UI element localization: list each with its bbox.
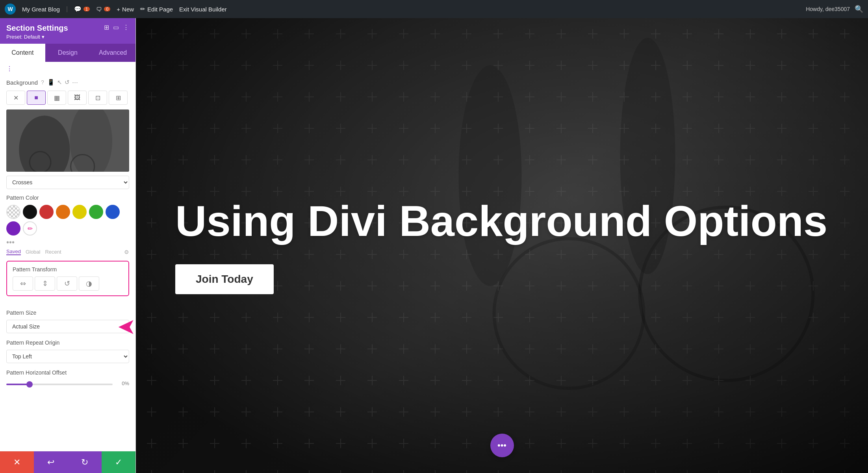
swatch-purple[interactable] (6, 221, 20, 236)
preset-text: Preset: Default (6, 34, 40, 40)
background-header: Background ? 📱 ↖ ↺ ⋯ (6, 79, 129, 86)
more-swatches-btn[interactable]: ••• (6, 238, 15, 247)
save-button[interactable]: ✓ (102, 451, 135, 473)
new-link[interactable]: + New (117, 6, 134, 13)
bg-type-gradient[interactable]: ▦ (47, 91, 66, 105)
color-tab-recent[interactable]: Recent (45, 249, 61, 255)
background-label: Background (6, 79, 38, 86)
bg-type-pattern[interactable]: ⊞ (109, 91, 128, 105)
section-settings-preset[interactable]: Preset: Default ▾ (6, 34, 68, 40)
color-tabs: Saved Global Recent ⚙ (6, 249, 129, 255)
new-label: New (122, 6, 134, 13)
pattern-size-select[interactable]: Actual Size Stretch to Fill Fit to Scree… (6, 320, 129, 333)
swatch-yellow[interactable] (72, 205, 87, 219)
swatch-red[interactable] (39, 205, 54, 219)
plus-icon: + (117, 6, 120, 13)
more-bg-icon[interactable]: ⋯ (72, 79, 78, 86)
background-type-selector: ✕ ■ ▦ 🖼 ⊡ ⊞ (6, 91, 129, 105)
edit-icon: ✏ (140, 6, 145, 13)
partial-icon: ⋮ (6, 65, 13, 72)
preset-arrow: ▾ (42, 34, 45, 40)
more-icon[interactable]: ⋮ (123, 24, 129, 31)
pattern-select-dropdown[interactable]: Crosses Dots Lines Waves (6, 176, 129, 189)
undo-icon: ↩ (47, 457, 54, 467)
comment-count: 1 (83, 7, 90, 11)
exit-builder-link[interactable]: Exit Visual Builder (179, 6, 227, 13)
comments-link[interactable]: 💬 1 (74, 6, 90, 13)
swatch-green[interactable] (89, 205, 103, 219)
swatch-checker[interactable] (6, 205, 20, 219)
tab-design[interactable]: Design (45, 44, 91, 62)
background-thumbnail (6, 109, 129, 172)
swatch-black[interactable] (23, 205, 37, 219)
main-canvas: Using Divi Background Options Join Today… (136, 18, 868, 473)
new-comment-link[interactable]: 🗨 0 (96, 6, 110, 13)
tab-content[interactable]: Content (0, 44, 45, 62)
color-swatches: ✏ (6, 205, 129, 236)
section-settings-title: Section Settings (6, 24, 68, 33)
edit-page-link[interactable]: ✏ Edit Page (140, 6, 173, 13)
color-tab-global[interactable]: Global (26, 249, 41, 255)
top-partial-row: ⋮ (0, 62, 135, 74)
background-section: Background ? 📱 ↖ ↺ ⋯ ✕ ■ ▦ 🖼 ⊡ (0, 74, 135, 306)
transform-invert[interactable]: ◑ (79, 276, 99, 291)
swatch-custom[interactable]: ✏ (23, 221, 37, 236)
section-settings-title-group: Section Settings Preset: Default ▾ (6, 24, 68, 40)
color-tab-saved[interactable]: Saved (6, 249, 21, 255)
section-settings-icons: ⊞ ▭ ⋮ (104, 24, 129, 31)
bg-type-image[interactable]: 🖼 (68, 91, 87, 105)
help-icon[interactable]: ? (41, 79, 44, 85)
pattern-color-section: Pattern Color ✏ ••• (6, 195, 129, 255)
duplicate-icon[interactable]: ⊞ (104, 24, 109, 31)
transform-flip-v[interactable]: ⇕ (35, 276, 55, 291)
pattern-transform-section: Pattern Transform ⇔ ⇕ ↺ ◑ (6, 261, 129, 296)
pattern-offset-label: Pattern Horizontal Offset (6, 369, 129, 376)
join-today-button[interactable]: Join Today (175, 264, 274, 294)
transform-rotate[interactable]: ↺ (57, 276, 77, 291)
tab-advanced[interactable]: Advanced (90, 44, 135, 62)
bg-type-transparent[interactable]: ✕ (6, 91, 25, 105)
exit-builder-label: Exit Visual Builder (179, 6, 227, 13)
search-icon[interactable]: 🔍 (855, 5, 863, 13)
floating-menu-button[interactable]: ••• (490, 434, 514, 457)
cursor-icon[interactable]: ↖ (57, 79, 62, 86)
pattern-size-section: Pattern Size Actual Size Stretch to Fill… (0, 306, 135, 336)
swatch-blue[interactable] (106, 205, 120, 219)
transform-buttons: ⇔ ⇕ ↺ ◑ (13, 276, 123, 291)
background-controls: 📱 ↖ ↺ ⋯ (47, 79, 78, 86)
blog-name-link[interactable]: My Great Blog (22, 6, 60, 13)
gym-thumb-img (6, 109, 129, 172)
bg-type-video[interactable]: ⊡ (88, 91, 107, 105)
pattern-repeat-label: Pattern Repeat Origin (6, 339, 129, 346)
pattern-transform-label: Pattern Transform (13, 266, 123, 273)
pattern-offset-section: Pattern Horizontal Offset 0% (0, 366, 135, 390)
offset-value: 0% (117, 380, 129, 386)
layout-icon[interactable]: ▭ (113, 24, 119, 31)
floating-dots-icon: ••• (497, 440, 506, 451)
pattern-repeat-select[interactable]: Top Left Top Right Center Bottom Left Bo… (6, 350, 129, 363)
cancel-button[interactable]: ✕ (0, 451, 34, 473)
sidebar: Section Settings Preset: Default ▾ ⊞ ▭ ⋮… (0, 18, 136, 473)
pattern-select-row: Crosses Dots Lines Waves (6, 176, 129, 189)
refresh-icon[interactable]: ↺ (65, 79, 70, 86)
swatch-orange[interactable] (56, 205, 70, 219)
save-icon: ✓ (115, 457, 122, 467)
offset-slider[interactable] (6, 384, 113, 385)
redo-button[interactable]: ↻ (68, 451, 102, 473)
admin-bar-right: Howdy, dee35007 🔍 (806, 5, 863, 13)
tabs: Content Design Advanced (0, 44, 135, 62)
admin-bar-left: W My Great Blog | 💬 1 🗨 0 + New ✏ Edit P… (5, 4, 799, 15)
transform-flip-h[interactable]: ⇔ (13, 276, 33, 291)
sidebar-content: ⋮ Background ? 📱 ↖ ↺ ⋯ ✕ ■ (0, 62, 135, 451)
sidebar-bottom-bar: ✕ ↩ ↻ ✓ (0, 451, 135, 473)
edit-page-label: Edit Page (147, 6, 173, 13)
bg-type-color[interactable]: ■ (27, 91, 46, 105)
pattern-size-label: Pattern Size (6, 310, 129, 316)
wordpress-logo[interactable]: W (5, 4, 16, 15)
comment-icon: 💬 (74, 6, 82, 13)
mobile-icon[interactable]: 📱 (47, 79, 55, 86)
color-settings-icon[interactable]: ⚙ (124, 249, 129, 255)
pattern-repeat-section: Pattern Repeat Origin Top Left Top Right… (0, 336, 135, 366)
comment2-count: 0 (104, 7, 110, 11)
undo-button[interactable]: ↩ (34, 451, 68, 473)
